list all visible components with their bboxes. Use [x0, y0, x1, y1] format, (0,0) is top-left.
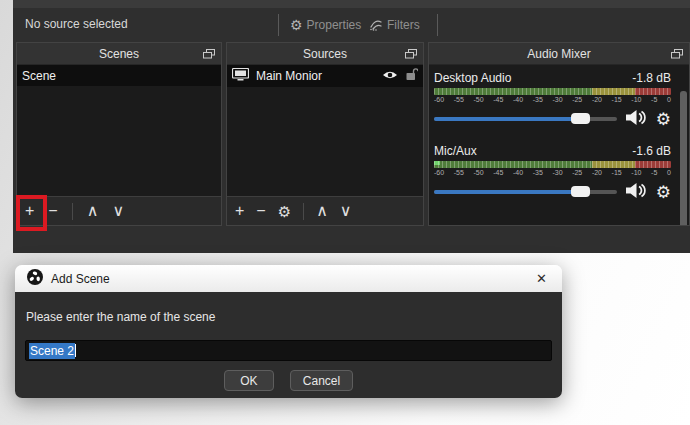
ok-button[interactable]: OK: [224, 370, 274, 391]
filters-button-label: Filters: [387, 18, 420, 32]
toolbar-separator: [72, 203, 73, 220]
window-top-strip: [13, 0, 690, 8]
audio-channel-mic: Mic/Aux -1.6 dB -60-55-50-45-40-35-30-25…: [434, 143, 671, 203]
channel-name-label: Mic/Aux: [434, 144, 477, 158]
speaker-icon[interactable]: [626, 182, 647, 202]
audio-mixer-title: Audio Mixer: [527, 47, 590, 61]
meter-tick-labels: -60-55-50-45-40-35-30-25-20-15-10-50: [434, 96, 671, 105]
channel-gear-icon[interactable]: ⚙: [656, 184, 671, 201]
obs-logo-icon: [27, 269, 43, 288]
scene-item-label: Scene: [22, 69, 56, 83]
popout-icon[interactable]: [203, 48, 215, 62]
volume-slider[interactable]: [434, 181, 617, 203]
sources-panel: Sources Main Monior + −: [226, 42, 424, 226]
scene-name-prompt: Please enter the name of the scene: [26, 310, 215, 324]
remove-scene-button[interactable]: −: [48, 203, 57, 219]
channel-level-value: -1.6 dB: [632, 144, 671, 158]
sources-panel-header[interactable]: Sources: [227, 43, 423, 65]
move-scene-down-button[interactable]: ∨: [112, 203, 124, 219]
mixer-scrollbar[interactable]: [680, 91, 687, 225]
monitor-icon: [232, 68, 249, 84]
obs-main-window: No source selected ⚙ Properties Filters …: [13, 0, 690, 253]
move-source-up-button[interactable]: ∧: [316, 203, 328, 219]
audio-channel-desktop: Desktop Audio -1.8 dB -60-55-50-45-40-35…: [434, 70, 671, 130]
scenes-panel-header[interactable]: Scenes: [17, 43, 221, 65]
selected-input-text: Scene 2: [29, 343, 75, 359]
audio-mixer-body: Desktop Audio -1.8 dB -60-55-50-45-40-35…: [429, 65, 689, 225]
remove-source-button[interactable]: −: [256, 203, 265, 219]
volume-slider[interactable]: [434, 108, 617, 130]
dialog-body: Please enter the name of the scene Scene…: [15, 292, 562, 398]
speaker-icon[interactable]: [626, 109, 647, 129]
cancel-button[interactable]: Cancel: [290, 370, 353, 391]
audio-mixer-header[interactable]: Audio Mixer: [429, 43, 689, 65]
volume-meter: [434, 161, 671, 168]
add-scene-dialog: Add Scene ✕ Please enter the name of the…: [15, 265, 562, 398]
toolbar-separator: [303, 203, 304, 220]
volume-slider-handle[interactable]: [571, 113, 590, 124]
scene-name-input[interactable]: Scene 2: [25, 340, 552, 361]
scene-list-item[interactable]: Scene: [17, 65, 221, 86]
channel-gear-icon[interactable]: ⚙: [656, 111, 671, 128]
sources-toolbar: + − ⚙ ∧ ∨: [227, 196, 423, 225]
source-properties-gear-icon[interactable]: ⚙: [278, 204, 291, 219]
scenes-panel-title: Scenes: [99, 47, 139, 61]
gear-icon: ⚙: [290, 18, 303, 32]
filters-button[interactable]: Filters: [368, 14, 420, 36]
dialog-titlebar[interactable]: Add Scene ✕: [15, 265, 562, 292]
filters-icon: [368, 17, 383, 33]
visibility-eye-icon[interactable]: [382, 69, 398, 83]
source-list-item[interactable]: Main Monior: [227, 65, 423, 87]
scenes-list: Scene: [17, 65, 221, 196]
close-icon[interactable]: ✕: [533, 271, 550, 286]
popout-icon[interactable]: [671, 48, 683, 62]
sources-panel-title: Sources: [303, 47, 347, 61]
highlight-box-add-scene: [16, 195, 47, 231]
no-source-selected-label: No source selected: [25, 17, 128, 31]
audio-mixer-panel: Audio Mixer Desktop Audio -1.8 dB -60-55…: [428, 42, 690, 226]
meter-peak-indicator: [434, 161, 440, 165]
properties-button[interactable]: ⚙ Properties: [290, 14, 361, 36]
dialog-title: Add Scene: [51, 272, 525, 286]
source-toolbar: No source selected ⚙ Properties Filters: [13, 8, 690, 42]
sources-list: Main Monior: [227, 65, 423, 196]
popout-icon[interactable]: [405, 48, 417, 62]
volume-slider-handle[interactable]: [571, 186, 590, 197]
text-caret: [75, 344, 76, 357]
move-scene-up-button[interactable]: ∧: [87, 203, 99, 219]
properties-button-label: Properties: [307, 18, 362, 32]
add-source-button[interactable]: +: [235, 203, 244, 219]
toolbar-separator: [278, 14, 279, 36]
lock-open-icon[interactable]: [405, 68, 418, 84]
move-source-down-button[interactable]: ∨: [340, 203, 352, 219]
volume-meter: [434, 88, 671, 95]
channel-level-value: -1.8 dB: [632, 71, 671, 85]
meter-tick-labels: -60-55-50-45-40-35-30-25-20-15-10-50: [434, 169, 671, 178]
scenes-toolbar: + − ∧ ∨: [17, 196, 221, 225]
channel-name-label: Desktop Audio: [434, 71, 511, 85]
toolbar-separator: [437, 14, 438, 36]
source-item-label: Main Monior: [256, 69, 322, 83]
